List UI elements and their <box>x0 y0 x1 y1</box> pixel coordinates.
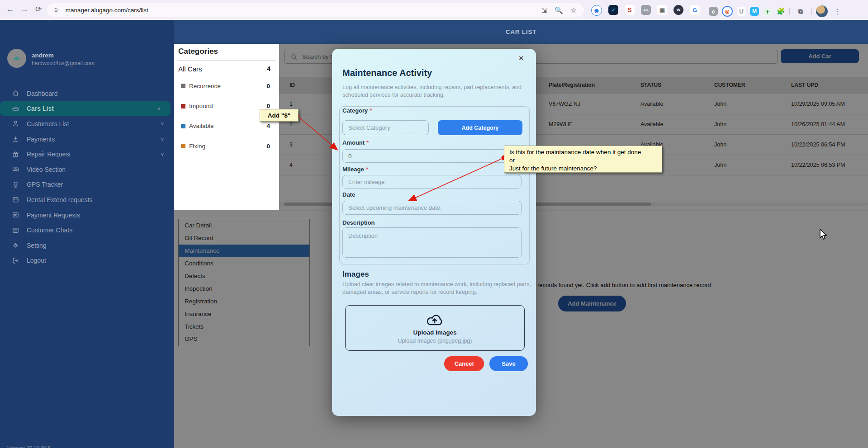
mileage-label: Mileage* <box>342 166 368 173</box>
col-header-status[interactable]: STATUS <box>640 82 661 88</box>
reload-icon[interactable]: ⟳ <box>35 5 42 13</box>
tab-oil-record[interactable]: Oil Record <box>179 232 309 245</box>
col-header-lastupd[interactable]: LAST UPD <box>791 82 818 88</box>
col-header-plate[interactable]: Plate/Registration <box>549 82 595 88</box>
tab-car-detail[interactable]: Car Detail <box>179 219 309 232</box>
available-color-swatch <box>181 124 185 128</box>
tab-gps[interactable]: GPS <box>179 333 309 345</box>
category-row-recurrence[interactable]: Recurrence 0 <box>174 76 279 96</box>
description-textarea[interactable] <box>342 227 522 258</box>
modal-title: Maintenance Activity <box>342 68 432 78</box>
sidebar-item-customers-list[interactable]: Customers List ∨ <box>0 116 174 132</box>
cancel-button[interactable]: Cancel <box>444 356 484 371</box>
seo-ext-icon[interactable]: S <box>625 5 635 15</box>
modal-subtitle-line1: Log all maintenance activities, includin… <box>342 84 522 90</box>
person-icon <box>12 120 19 127</box>
required-asterisk: * <box>370 107 372 114</box>
devtools-code-ext-icon[interactable]: </> <box>641 5 651 15</box>
col-header-id[interactable]: ID <box>289 82 295 88</box>
tab-conditions[interactable]: Conditions <box>179 257 309 270</box>
sidebar-item-payments[interactable]: Payments ∨ <box>0 132 174 147</box>
mail-ext-icon[interactable]: M <box>750 7 759 16</box>
save-button[interactable]: Save <box>489 356 528 371</box>
url-text[interactable]: manager.alugago.com/cars/list <box>66 7 148 14</box>
tab-insurance[interactable]: Insurance <box>179 307 309 320</box>
user-name: andrem <box>32 52 54 59</box>
sidebar-item-video-section[interactable]: Video Section <box>0 162 174 177</box>
site-info-icon[interactable]: ⚞ <box>54 6 59 14</box>
note-line: Just for the future maintenance? <box>509 165 662 173</box>
back-icon[interactable]: ← <box>6 5 14 13</box>
chevron-down-icon: ∨ <box>161 136 164 142</box>
date-input[interactable] <box>342 201 522 215</box>
add-car-button[interactable]: Add Car <box>781 49 859 63</box>
browser-profile-avatar[interactable] <box>816 5 828 17</box>
tab-defects[interactable]: Defects <box>179 270 309 283</box>
bookmark-star-icon[interactable]: ☆ <box>570 6 577 14</box>
sidebar-item-dashboard[interactable]: Dashboard <box>0 86 174 101</box>
cloud-upload-icon <box>424 312 446 328</box>
required-asterisk: * <box>366 139 369 146</box>
category-row-fixing[interactable]: Fixing 0 <box>174 136 279 156</box>
zoom-out-icon[interactable]: 🔍 <box>555 6 563 14</box>
chevron-down-icon: ∨ <box>161 121 164 127</box>
kebab-menu-icon[interactable]: ⋮ <box>834 8 841 15</box>
download-icon <box>12 135 19 143</box>
tab-inspection[interactable]: Inspection <box>179 282 309 295</box>
add-maintenance-button[interactable]: Add Maintenance <box>558 296 626 311</box>
plus-ext-icon[interactable]: + <box>763 7 772 16</box>
upload-images-subtitle: Upload Images (png,jpeg,jpg) <box>346 338 524 344</box>
date-label: Date <box>342 191 355 198</box>
upload-images-dropzone[interactable]: Upload Images Upload Images (png,jpeg,jp… <box>345 305 525 351</box>
user-email: hardwood4us@gmail.com <box>32 60 95 66</box>
amount-input[interactable] <box>342 149 522 163</box>
all-cars-row[interactable]: All Cars 4 <box>178 62 275 75</box>
add-category-button[interactable]: Add Category <box>438 120 522 135</box>
chevron-down-icon: ∨ <box>161 151 164 157</box>
mileage-input[interactable] <box>342 175 522 189</box>
fixing-color-swatch <box>181 144 185 148</box>
recurrence-color-swatch <box>181 84 185 88</box>
forward-icon[interactable]: → <box>20 5 28 13</box>
gear-icon <box>12 241 19 249</box>
u-ext-icon[interactable]: U <box>737 7 746 16</box>
sidebar-item-setting[interactable]: Setting <box>0 238 174 253</box>
chevron-down-icon: ∨ <box>157 106 161 112</box>
description-label: Description <box>342 219 375 226</box>
sidebar-item-customer-chats[interactable]: Customer Chats <box>0 222 174 238</box>
ring-ext-icon[interactable]: ◎ <box>722 6 733 17</box>
note-line: Is this for the maintanance date when it… <box>509 148 662 156</box>
tab-maintenance[interactable]: Maintenance <box>179 245 309 257</box>
sidebar-item-repair-request[interactable]: Repair Request ∨ <box>0 146 174 162</box>
screenshot-ext-icon[interactable]: ▣ <box>657 5 667 15</box>
e-ext-icon[interactable]: e <box>709 7 718 16</box>
address-bar[interactable]: ⚞ manager.alugago.com/cars/list ⇲ 🔍 ☆ <box>47 3 584 17</box>
toggle-ext-icon[interactable]: ◉ <box>591 5 602 16</box>
category-select[interactable] <box>342 120 429 135</box>
home-icon <box>12 90 19 97</box>
sidebar-item-rental-extend-requests[interactable]: Rental Extend requests <box>0 192 174 207</box>
extensions-puzzle-icon[interactable]: 🧩 <box>776 7 785 16</box>
col-header-customer[interactable]: CUSTOMER <box>714 82 745 88</box>
tab-tickets[interactable]: Tickets <box>179 320 309 333</box>
sidebar-item-cars-list[interactable]: Cars List ∨ <box>0 101 171 117</box>
divider <box>178 60 275 61</box>
window-search-icon[interactable]: ⧉ <box>794 7 807 16</box>
install-app-icon[interactable]: ⇲ <box>541 6 547 14</box>
sidebar-item-logout[interactable]: Logout <box>0 253 174 269</box>
sidebar-item-payment-requests[interactable]: Payment Requests <box>0 207 174 223</box>
category-label: Category* <box>342 107 372 114</box>
translate-ext-icon[interactable]: G <box>690 5 700 15</box>
screenshot-root: ← → ⟳ ⚞ manager.alugago.com/cars/list ⇲ … <box>0 0 868 448</box>
extension-row-1: ◉ ✓ S </> ▣ W G <box>591 5 700 16</box>
todo-check-ext-icon[interactable]: ✓ <box>608 5 618 15</box>
search-icon <box>291 54 297 60</box>
sidebar-item-gps-tracker[interactable]: GPS Tracker <box>0 177 174 193</box>
note-line: or <box>509 156 662 165</box>
annotation-note-add-dollar: Add "$" <box>260 109 299 122</box>
user-avatar[interactable] <box>7 49 26 68</box>
images-caption-line2: damaged areas, or service reports for re… <box>342 289 477 295</box>
web-ext-icon[interactable]: W <box>674 5 683 15</box>
close-icon[interactable]: ✕ <box>518 54 524 62</box>
tab-registration[interactable]: Registration <box>179 295 309 307</box>
